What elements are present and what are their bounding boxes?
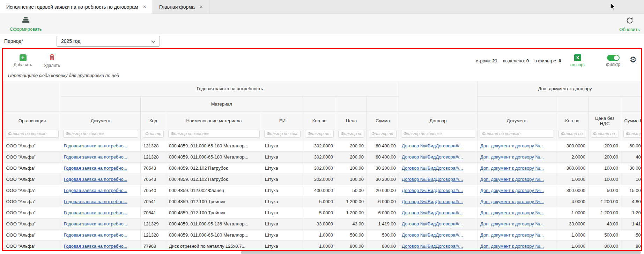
cell-link-contract[interactable]: Договор №#ВидДоговора#/... bbox=[402, 143, 463, 148]
filter-input-price[interactable] bbox=[338, 130, 364, 138]
column-header-organization[interactable]: Организация bbox=[3, 112, 61, 130]
column-header-document2[interactable]: Документ bbox=[478, 112, 556, 130]
cell-material: 000.4859. 011.000-65-180 Металлор... bbox=[166, 230, 262, 241]
table-row[interactable]: ООО "Альфа"Годовая заявка на потребно...… bbox=[3, 163, 641, 174]
refresh-button[interactable]: Обновить bbox=[619, 17, 640, 32]
cell-link-doc[interactable]: Годовая заявка на потребно... bbox=[64, 143, 127, 148]
cell-link-contract[interactable]: Договор №#ВидДоговора#/... bbox=[402, 221, 463, 226]
cell-link-doc[interactable]: Годовая заявка на потребно... bbox=[64, 177, 127, 182]
group-header-extra-doc[interactable]: Доп. документ к договору bbox=[478, 81, 641, 97]
cell-link-contract[interactable]: Договор №#ВидДоговора#/... bbox=[402, 232, 463, 238]
generate-button[interactable]: Сформировать bbox=[10, 16, 42, 32]
column-header-document[interactable]: Документ bbox=[61, 112, 141, 130]
table-body: ООО "Альфа"Годовая заявка на потребно...… bbox=[3, 140, 641, 251]
cell-link-doc2[interactable]: Доп. документ к договору №... bbox=[480, 154, 544, 160]
cell-link-contract[interactable]: Договор №#ВидДоговора#/... bbox=[402, 199, 463, 204]
cell-doc2: Доп. документ к договору №... bbox=[478, 196, 556, 207]
filter-input-unit[interactable] bbox=[264, 130, 301, 138]
tab-close-icon[interactable]: × bbox=[200, 4, 203, 10]
cell-link-doc2[interactable]: Доп. документ к договору №... bbox=[480, 244, 544, 249]
table-row[interactable]: ООО "Альфа"Годовая заявка на потребно...… bbox=[3, 207, 641, 218]
cell-link-contract[interactable]: Договор №#ВидДоговора#/... bbox=[402, 154, 463, 160]
filter-input-qty[interactable] bbox=[305, 130, 334, 138]
table-row[interactable]: ООО "Альфа"Годовая заявка на потребно...… bbox=[3, 140, 641, 152]
cell-qty: 302.0000 bbox=[303, 163, 336, 174]
cell-link-doc[interactable]: Годовая заявка на потребно... bbox=[64, 154, 127, 160]
column-header-unit[interactable]: ЕИ bbox=[262, 112, 303, 130]
cell-link-doc[interactable]: Годовая заявка на потребно... bbox=[64, 199, 127, 204]
export-button[interactable]: X экспорт bbox=[570, 54, 585, 67]
column-header-price[interactable]: Цена bbox=[336, 112, 367, 130]
group-by-drop-zone[interactable]: Перетащите сюда колонку для группировки … bbox=[3, 71, 641, 81]
cell-doc2: Доп. документ к договору №... bbox=[478, 185, 556, 196]
filter-input-organization[interactable] bbox=[6, 130, 59, 138]
cell-link-doc2[interactable]: Доп. документ к договору №... bbox=[480, 143, 544, 148]
cell-price: 500.00 bbox=[336, 230, 367, 241]
cell-sum: 1 419.00 bbox=[367, 218, 399, 230]
tab-close-icon[interactable]: × bbox=[143, 4, 146, 10]
column-header-price-no-vat[interactable]: Цена без НДС bbox=[589, 112, 621, 130]
cell-link-doc2[interactable]: Доп. документ к договору №... bbox=[480, 166, 544, 171]
cell-org: ООО "Альфа" bbox=[3, 218, 61, 230]
add-button[interactable]: + Добавить bbox=[14, 54, 32, 67]
table-row[interactable]: ООО "Альфа"Годовая заявка на потребно...… bbox=[3, 174, 641, 185]
filter-toggle[interactable] bbox=[607, 55, 620, 61]
delete-button[interactable]: Удалить bbox=[44, 53, 60, 68]
cell-link-contract[interactable]: Договор №#ВидДоговора#/... bbox=[402, 177, 463, 182]
table-row[interactable]: ООО "Альфа"Годовая заявка на потребно...… bbox=[3, 218, 641, 230]
filter-input-material[interactable] bbox=[168, 130, 260, 138]
filter-input-document[interactable] bbox=[63, 130, 138, 138]
period-select[interactable]: 2025 год bbox=[57, 36, 160, 47]
cell-link-doc2[interactable]: Доп. документ к договору №... bbox=[480, 210, 544, 215]
cell-code: 121329 bbox=[141, 218, 166, 230]
cell-link-doc2[interactable]: Доп. документ к договору №... bbox=[480, 177, 544, 182]
cell-link-contract[interactable]: Договор №#ВидДоговора#/... bbox=[402, 166, 463, 171]
cell-link-doc2[interactable]: Доп. документ к договору №... bbox=[480, 221, 544, 226]
filter-input-qty2[interactable] bbox=[558, 130, 586, 138]
cell-link-doc2[interactable]: Доп. документ к договору №... bbox=[480, 232, 544, 238]
filter-input-sum[interactable] bbox=[369, 130, 397, 138]
cell-link-doc[interactable]: Годовая заявка на потребно... bbox=[64, 188, 127, 193]
cell-link-doc[interactable]: Годовая заявка на потребно... bbox=[64, 210, 127, 215]
cell-link-doc[interactable]: Годовая заявка на потребно... bbox=[64, 166, 127, 171]
filter-input-sum-vat[interactable] bbox=[623, 130, 641, 138]
filter-input-contract[interactable] bbox=[401, 130, 475, 138]
cell-link-doc2[interactable]: Доп. документ к договору №... bbox=[480, 199, 544, 204]
filter-input-code[interactable] bbox=[143, 130, 164, 138]
group-header-material[interactable]: Материал bbox=[141, 97, 303, 112]
cell-price2: 200.00 bbox=[589, 140, 621, 152]
column-header-qty2[interactable]: Кол-во bbox=[556, 112, 589, 130]
horizontal-scrollbar[interactable] bbox=[241, 251, 641, 254]
group-header-annual-request[interactable]: Годовая заявка на потребность bbox=[61, 81, 399, 97]
cell-link-contract[interactable]: Договор №#ВидДоговора#/... bbox=[402, 244, 463, 249]
table-row[interactable]: ООО "Альфа"Годовая заявка на потребно...… bbox=[3, 185, 641, 196]
cell-link-doc2[interactable]: Доп. документ к договору №... bbox=[480, 188, 544, 193]
cell-code: 121328 bbox=[141, 152, 166, 163]
tab-main-form[interactable]: Главная форма × bbox=[153, 0, 209, 14]
plus-icon: + bbox=[20, 54, 27, 61]
cell-link-doc[interactable]: Годовая заявка на потребно... bbox=[64, 232, 127, 238]
column-header-code[interactable]: Код bbox=[141, 112, 166, 130]
table-row[interactable]: ООО "Альфа"Годовая заявка на потребно...… bbox=[3, 241, 641, 251]
cell-sum2: 1 200.00 bbox=[621, 207, 641, 218]
cell-link-doc[interactable]: Годовая заявка на потребно... bbox=[64, 221, 127, 226]
gear-icon[interactable]: ⚙ bbox=[629, 56, 637, 64]
column-header-sum[interactable]: Сумма bbox=[367, 112, 399, 130]
cell-price2: 1 200.00 bbox=[589, 196, 621, 207]
filter-input-document2[interactable] bbox=[480, 130, 554, 138]
table-row[interactable]: ООО "Альфа"Годовая заявка на потребно...… bbox=[3, 152, 641, 163]
column-header-qty[interactable]: Кол-во bbox=[303, 112, 336, 130]
in-filter-count: в фильтре: 0 bbox=[534, 58, 561, 63]
cell-link-contract[interactable]: Договор №#ВидДоговора#/... bbox=[402, 188, 463, 193]
table-row[interactable]: ООО "Альфа"Годовая заявка на потребно...… bbox=[3, 196, 641, 207]
cell-qty: 302.0000 bbox=[303, 140, 336, 152]
filter-input-price-no-vat[interactable] bbox=[591, 130, 619, 138]
cell-link-doc[interactable]: Годовая заявка на потребно... bbox=[64, 244, 127, 249]
column-header-sum-vat[interactable]: Сумма НДС bbox=[621, 112, 641, 130]
cell-link-contract[interactable]: Договор №#ВидДоговора#/... bbox=[402, 210, 463, 215]
column-header-material-name[interactable]: Наименование материала bbox=[166, 112, 262, 130]
column-header-contract[interactable]: Договор bbox=[399, 112, 478, 130]
table-row[interactable]: ООО "Альфа"Годовая заявка на потребно...… bbox=[3, 230, 641, 241]
add-label: Добавить bbox=[14, 62, 32, 67]
tab-annual-request[interactable]: Исполнение годовой заявки на потребность… bbox=[0, 0, 153, 14]
